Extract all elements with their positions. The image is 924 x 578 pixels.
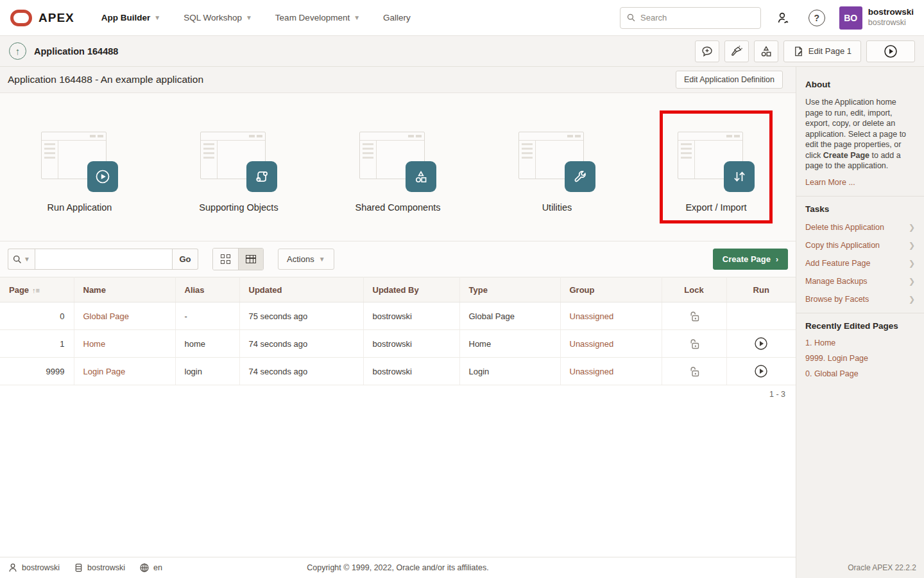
person-icon <box>8 563 18 573</box>
cell-page: 9999 <box>0 358 74 385</box>
feedback-button[interactable] <box>695 40 719 62</box>
user-menu[interactable]: BO bostrowski bostrowski <box>839 6 914 30</box>
cell-run <box>726 358 796 385</box>
tile-label: Supporting Objects <box>199 202 278 213</box>
cell-page: 0 <box>0 302 74 330</box>
apex-version-label: Oracle APEX 22.2.2 <box>848 563 916 572</box>
cell-run <box>726 330 796 358</box>
actions-button[interactable]: Actions ▼ <box>278 249 334 270</box>
tile-utilities[interactable]: Utilities <box>504 114 610 220</box>
search-input[interactable] <box>640 13 754 22</box>
search-column-selector[interactable]: ▼ <box>8 249 35 270</box>
nav-team-development[interactable]: Team Development ▼ <box>266 6 369 29</box>
nav-label: App Builder <box>101 13 151 22</box>
recent-page-global[interactable]: 0. Global Page <box>805 369 915 378</box>
task-copy-application[interactable]: Copy this Application❯ <box>805 241 915 250</box>
tile-run-application[interactable]: Run Application <box>26 114 133 220</box>
group-link[interactable]: Unassigned <box>570 367 614 376</box>
feedback-bubble-icon <box>701 45 714 58</box>
footer-user: bostrowski <box>8 563 60 573</box>
tile-run-application-wrap: Run Application <box>0 93 159 241</box>
page-title: Application 164488 - An example applicat… <box>8 74 203 85</box>
go-button[interactable]: Go <box>173 249 198 270</box>
column-header-run[interactable]: Run <box>726 277 796 302</box>
page-link[interactable]: Home <box>83 339 106 349</box>
cell-updated: 74 seconds ago <box>239 358 363 385</box>
admin-services-icon[interactable] <box>773 7 794 29</box>
unlock-icon[interactable] <box>688 310 701 322</box>
main-nav: App Builder ▼ SQL Workshop ▼ Team Develo… <box>92 6 420 29</box>
column-header-updated-by[interactable]: Updated By <box>363 277 459 302</box>
shapes-icon <box>760 45 773 58</box>
chevron-right-icon: ❯ <box>909 241 915 250</box>
report-search: ▼ Go <box>8 249 198 270</box>
cell-type: Login <box>459 358 560 385</box>
create-page-button[interactable]: Create Page › <box>713 249 788 270</box>
group-link[interactable]: Unassigned <box>570 339 614 349</box>
about-heading: About <box>805 80 915 89</box>
page-titlebar: Application 164488 - An example applicat… <box>0 67 796 93</box>
task-delete-application[interactable]: Delete this Application❯ <box>805 223 915 232</box>
cell-type: Home <box>459 330 560 358</box>
recent-page-home[interactable]: 1. Home <box>805 338 915 347</box>
learn-more-link[interactable]: Learn More ... <box>805 178 915 187</box>
card-view-button[interactable] <box>213 249 238 270</box>
nav-label: Gallery <box>383 13 411 22</box>
group-link[interactable]: Unassigned <box>570 311 614 321</box>
report-toolbar: ▼ Go Actions ▼ Create Page › <box>0 241 796 277</box>
search-icon <box>13 255 22 264</box>
unlock-icon[interactable] <box>688 337 701 350</box>
nav-app-builder[interactable]: App Builder ▼ <box>92 6 169 29</box>
up-level-icon[interactable]: ↑ <box>9 42 26 60</box>
shared-components-shortcut-button[interactable] <box>754 40 778 62</box>
report-view-button[interactable] <box>238 249 263 270</box>
breadcrumb[interactable]: Application 164488 <box>34 46 118 57</box>
pagination-label: 1 - 3 <box>0 385 796 403</box>
column-header-alias[interactable]: Alias <box>175 277 239 302</box>
page-link[interactable]: Global Page <box>83 311 130 321</box>
unlock-icon[interactable] <box>688 365 701 378</box>
page-link[interactable]: Login Page <box>83 367 126 376</box>
edit-application-definition-button[interactable]: Edit Application Definition <box>676 71 783 89</box>
chevron-right-icon: ❯ <box>909 295 915 304</box>
column-header-type[interactable]: Type <box>459 277 560 302</box>
run-application-button[interactable] <box>866 40 915 62</box>
tile-shared-components[interactable]: Shared Components <box>345 114 451 220</box>
chevron-right-icon: ❯ <box>909 259 915 268</box>
run-page-icon[interactable] <box>754 337 768 351</box>
table-view-icon <box>246 255 256 263</box>
create-page-label: Create Page <box>723 254 771 264</box>
content-spacer <box>0 403 796 557</box>
top-header: APEX App Builder ▼ SQL Workshop ▼ Team D… <box>0 0 924 36</box>
run-page-icon[interactable] <box>754 364 768 378</box>
apex-brand[interactable]: APEX <box>10 10 74 26</box>
column-header-lock[interactable]: Lock <box>662 277 726 302</box>
column-header-updated[interactable]: Updated <box>239 277 363 302</box>
column-header-name[interactable]: Name <box>74 277 175 302</box>
chevron-down-icon: ▼ <box>246 14 252 21</box>
nav-sql-workshop[interactable]: SQL Workshop ▼ <box>175 6 261 29</box>
task-browse-by-facets[interactable]: Browse by Facets❯ <box>805 295 915 304</box>
chevron-down-icon: ▼ <box>154 14 160 21</box>
play-circle-icon <box>87 161 118 192</box>
tile-supporting-objects[interactable]: Supporting Objects <box>185 114 292 220</box>
tile-export-import[interactable]: Export / Import <box>663 114 769 220</box>
user-avatar: BO <box>839 6 862 30</box>
help-icon[interactable]: ? <box>806 7 828 29</box>
actions-label: Actions <box>287 254 314 264</box>
app-window-graphic <box>41 123 118 192</box>
recent-page-login[interactable]: 9999. Login Page <box>805 354 915 363</box>
task-manage-backups[interactable]: Manage Backups❯ <box>805 277 915 286</box>
edit-page-button[interactable]: Edit Page 1 <box>783 40 861 62</box>
edit-page-icon <box>793 46 804 57</box>
table-row: 1 Home home 74 seconds ago bostrowski Ho… <box>0 330 796 358</box>
report-search-input[interactable] <box>35 249 173 270</box>
recent-pages-heading: Recently Edited Pages <box>805 321 915 331</box>
grid-view-icon <box>221 254 230 264</box>
nav-gallery[interactable]: Gallery <box>374 6 420 29</box>
customize-theme-button[interactable] <box>724 40 749 62</box>
column-header-page[interactable]: Page↑≡ <box>0 277 74 302</box>
play-circle-icon <box>884 44 898 58</box>
task-add-feature-page[interactable]: Add Feature Page❯ <box>805 259 915 268</box>
column-header-group[interactable]: Group <box>560 277 662 302</box>
